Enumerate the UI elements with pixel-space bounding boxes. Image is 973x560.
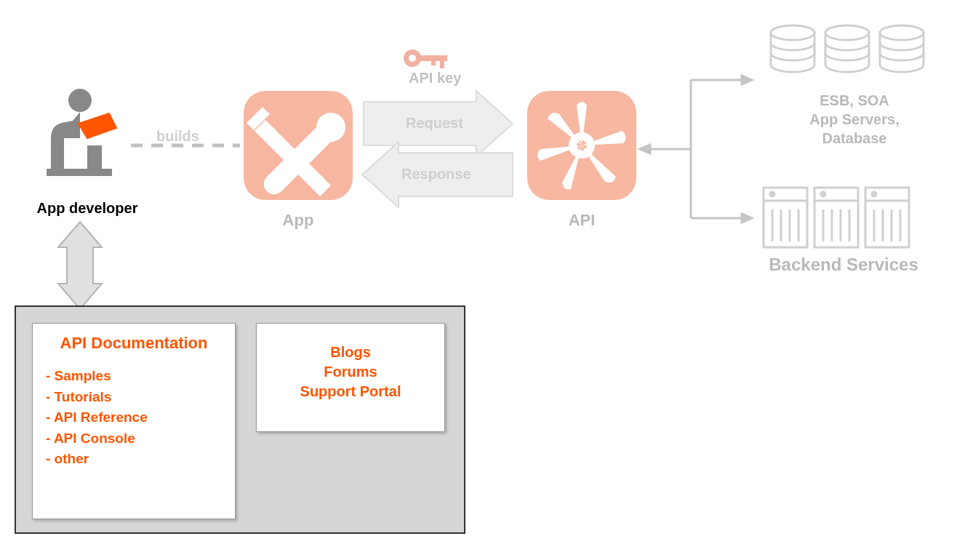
svg-rect-29 — [814, 188, 858, 247]
server-icon — [764, 188, 909, 247]
database-icon — [771, 25, 924, 72]
api-documentation-title: API Documentation — [46, 334, 222, 353]
backend-line1: ESB, SOA — [771, 91, 938, 110]
svg-point-4 — [404, 49, 421, 67]
key-icon — [404, 49, 447, 68]
backend-line2: App Servers, — [771, 110, 938, 129]
builds-label: builds — [156, 128, 199, 145]
api-label: API — [553, 211, 611, 230]
response-label: Response — [401, 166, 471, 183]
request-label: Request — [406, 115, 463, 132]
svg-point-38 — [872, 192, 876, 196]
doc-item: - other — [46, 449, 222, 470]
svg-point-19 — [771, 25, 814, 40]
app-icon — [244, 91, 353, 200]
backend-db-label: ESB, SOA App Servers, Database — [771, 91, 938, 148]
svg-marker-3 — [247, 107, 270, 130]
svg-rect-6 — [418, 55, 447, 61]
svg-rect-22 — [764, 188, 807, 247]
doc-item: - Tutorials — [46, 387, 222, 408]
svg-point-10 — [569, 132, 595, 159]
svg-rect-9 — [527, 91, 636, 200]
svg-rect-7 — [440, 55, 444, 68]
svg-rect-8 — [431, 55, 436, 65]
svg-rect-36 — [865, 188, 909, 247]
svg-marker-16 — [640, 145, 650, 153]
api-documentation-card: API Documentation - Samples - Tutorials … — [32, 323, 236, 519]
api-backend-connector — [640, 76, 752, 223]
developer-portal-arrow — [58, 222, 102, 309]
doc-item: - API Console — [46, 428, 222, 449]
apikey-label: API key — [409, 70, 461, 87]
svg-rect-2 — [244, 91, 353, 200]
svg-point-31 — [821, 192, 825, 196]
svg-point-5 — [409, 55, 416, 62]
backend-line3: Database — [771, 129, 938, 148]
developer-label: App developer — [29, 200, 145, 217]
doc-item: - Samples — [46, 366, 222, 387]
community-card: Blogs Forums Support Portal — [256, 323, 445, 432]
svg-point-24 — [770, 192, 774, 196]
api-documentation-list: - Samples - Tutorials - API Reference - … — [46, 366, 222, 470]
svg-marker-18 — [742, 214, 752, 223]
svg-point-11 — [577, 140, 587, 151]
svg-point-20 — [825, 25, 869, 40]
api-icon — [527, 91, 636, 200]
developer-icon — [47, 89, 116, 176]
developer-portal-panel: API Documentation - Samples - Tutorials … — [15, 305, 465, 534]
community-line: Blogs — [270, 343, 431, 362]
backend-services-label: Backend Services — [742, 255, 945, 275]
doc-item: - API Reference — [46, 407, 222, 428]
svg-point-21 — [880, 25, 924, 40]
community-line: Support Portal — [270, 382, 431, 401]
svg-marker-15 — [742, 76, 752, 84]
community-line: Forums — [270, 362, 431, 382]
app-label: App — [262, 211, 335, 230]
svg-rect-1 — [47, 169, 112, 176]
svg-point-0 — [68, 89, 92, 112]
